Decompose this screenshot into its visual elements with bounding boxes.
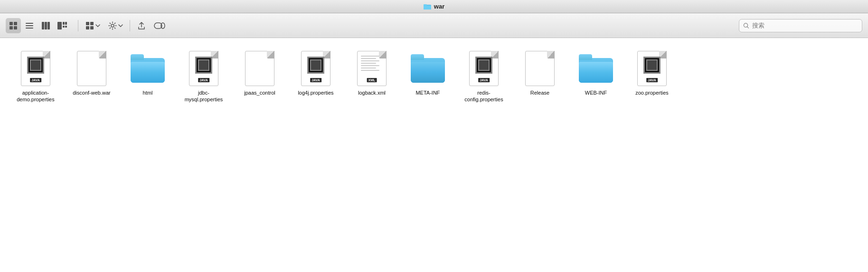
view-gallery-button[interactable] (54, 18, 70, 33)
file-name: log4j.properties (298, 89, 333, 96)
file-icon (579, 49, 613, 87)
svg-rect-13 (57, 22, 62, 29)
toolbar-right (739, 19, 862, 32)
svg-rect-5 (9, 26, 13, 29)
search-icon (743, 22, 749, 29)
svg-rect-14 (63, 22, 65, 25)
view-list-button[interactable] (22, 18, 37, 33)
svg-rect-11 (45, 22, 47, 29)
file-icon (411, 49, 445, 87)
file-name: disconf-web.war (73, 89, 110, 96)
view-grid-button[interactable] (6, 18, 21, 33)
svg-rect-16 (65, 22, 67, 25)
file-icon (523, 49, 557, 87)
file-name: html (143, 89, 153, 96)
file-name: logback.xml (358, 89, 386, 96)
title-folder-icon (424, 3, 431, 10)
svg-rect-4 (14, 22, 17, 25)
file-icon: JAVA (299, 49, 333, 87)
svg-rect-12 (47, 22, 50, 29)
svg-point-24 (161, 23, 165, 29)
window-title: war (424, 3, 444, 10)
list-item[interactable]: WEB-INF (570, 46, 622, 107)
svg-rect-17 (65, 26, 67, 28)
svg-rect-10 (42, 22, 44, 29)
file-icon (243, 49, 277, 87)
svg-rect-18 (86, 22, 89, 25)
svg-rect-15 (63, 26, 65, 28)
action-button[interactable] (105, 18, 126, 33)
list-item[interactable]: disconf-web.war (66, 46, 118, 107)
divider-2 (130, 20, 130, 31)
list-item[interactable]: Release (514, 46, 566, 107)
list-item[interactable]: JAVA redis-config.properties (458, 46, 510, 107)
svg-rect-19 (90, 22, 94, 25)
file-browser-content: JAVA application-demo.properties disconf… (0, 38, 868, 272)
view-buttons (6, 18, 70, 33)
svg-rect-3 (9, 22, 13, 25)
svg-rect-2 (424, 5, 431, 10)
file-icon: JAVA (467, 49, 501, 87)
list-item[interactable]: META-INF (402, 46, 454, 107)
list-item[interactable]: JAVA zoo.properties (626, 46, 678, 107)
list-item[interactable]: JAVA application-demo.properties (9, 46, 62, 107)
search-input[interactable] (752, 22, 858, 29)
file-name: zoo.properties (635, 89, 669, 96)
svg-rect-9 (26, 28, 33, 29)
svg-rect-7 (26, 23, 33, 24)
search-box[interactable] (739, 19, 862, 32)
divider-1 (78, 20, 78, 31)
toolbar (0, 13, 868, 38)
svg-rect-8 (26, 25, 33, 26)
svg-rect-6 (14, 26, 17, 29)
list-item[interactable]: JAVA jdbc-mysql.properties (178, 46, 230, 107)
file-name: jdbc-mysql.properties (185, 89, 223, 103)
svg-rect-20 (86, 26, 89, 29)
file-icon: JAVA (19, 49, 53, 87)
file-icon: JAVA (635, 49, 669, 87)
file-name: jpaas_control (244, 89, 275, 96)
list-item[interactable]: JAVA log4j.properties (290, 46, 342, 107)
list-item[interactable]: XML logback.xml (346, 46, 398, 107)
file-icon (131, 49, 165, 87)
svg-point-22 (111, 24, 114, 27)
file-name: Release (530, 89, 549, 96)
list-item[interactable]: jpaas_control (234, 46, 286, 107)
title-bar: war (0, 0, 868, 13)
list-item[interactable]: html (122, 46, 174, 107)
tags-button[interactable] (151, 18, 168, 33)
file-name: WEB-INF (585, 89, 607, 96)
arrange-button[interactable] (82, 18, 103, 33)
share-button[interactable] (134, 18, 149, 33)
view-columns-button[interactable] (38, 18, 53, 33)
file-icon (75, 49, 109, 87)
file-icon: XML (355, 49, 389, 87)
file-name: application-demo.properties (17, 89, 55, 103)
svg-rect-21 (90, 26, 94, 29)
file-name: redis-config.properties (464, 89, 503, 103)
file-name: META-INF (415, 89, 440, 96)
file-icon: JAVA (187, 49, 221, 87)
file-grid: JAVA application-demo.properties disconf… (9, 46, 859, 107)
